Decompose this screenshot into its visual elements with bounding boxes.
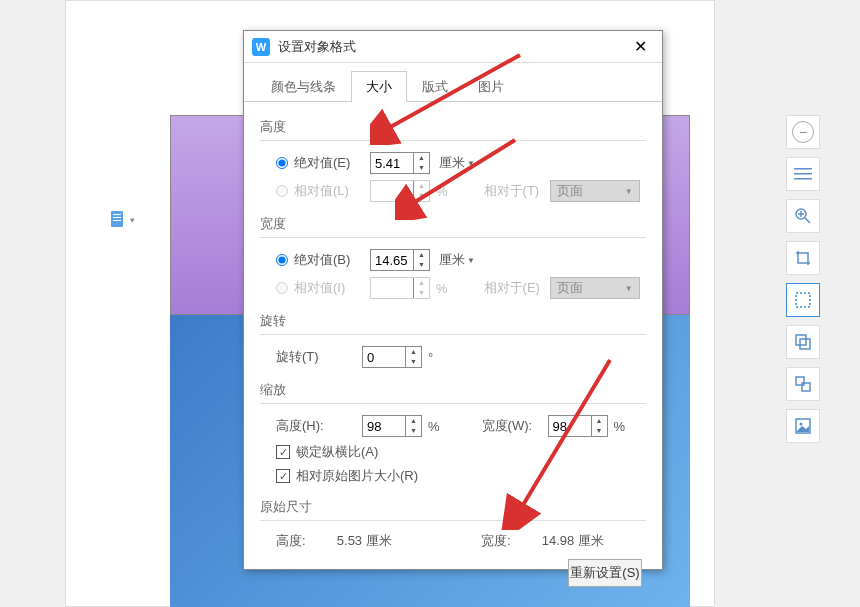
height-relative-radio bbox=[276, 185, 288, 197]
original-width-value: 14.98 厘米 bbox=[542, 532, 646, 550]
copy-icon bbox=[794, 333, 812, 351]
tab-color[interactable]: 颜色与线条 bbox=[256, 71, 351, 102]
svg-rect-11 bbox=[794, 173, 812, 175]
lock-aspect-label: 锁定纵横比(A) bbox=[296, 443, 378, 461]
svg-rect-20 bbox=[796, 377, 804, 385]
rotation-section-label: 旋转 bbox=[260, 312, 646, 330]
svg-rect-3 bbox=[113, 220, 121, 221]
height-unit-dropdown[interactable]: 厘米▼ bbox=[436, 153, 478, 173]
image-button[interactable] bbox=[786, 409, 820, 443]
tab-size[interactable]: 大小 bbox=[351, 71, 407, 102]
spinner-down-icon[interactable]: ▼ bbox=[414, 163, 429, 173]
width-absolute-radio[interactable] bbox=[276, 254, 288, 266]
height-section-label: 高度 bbox=[260, 118, 646, 136]
height-relative-spinner: ▲▼ bbox=[370, 180, 430, 202]
app-icon: W bbox=[252, 38, 270, 56]
rotation-unit: ° bbox=[428, 350, 433, 365]
rotation-label: 旋转(T) bbox=[276, 348, 356, 366]
spinner-up-icon[interactable]: ▲ bbox=[414, 250, 429, 260]
scale-width-label: 宽度(W): bbox=[482, 417, 542, 435]
original-height-value: 5.53 厘米 bbox=[337, 532, 441, 550]
minus-icon: − bbox=[792, 121, 814, 143]
zoom-out-button[interactable]: − bbox=[786, 115, 820, 149]
page-indicator[interactable]: ▾ bbox=[110, 210, 135, 228]
tab-layout[interactable]: 版式 bbox=[407, 71, 463, 102]
select-icon bbox=[794, 291, 812, 309]
spinner-down-icon[interactable]: ▼ bbox=[414, 260, 429, 270]
scale-height-input[interactable] bbox=[363, 416, 405, 436]
select-button[interactable] bbox=[786, 283, 820, 317]
width-section-label: 宽度 bbox=[260, 215, 646, 233]
spinner-up-icon[interactable]: ▲ bbox=[406, 347, 421, 357]
height-absolute-radio[interactable] bbox=[276, 157, 288, 169]
width-absolute-spinner[interactable]: ▲▼ bbox=[370, 249, 430, 271]
svg-rect-12 bbox=[794, 178, 812, 180]
width-relative-spinner: ▲▼ bbox=[370, 277, 430, 299]
width-relative-to-select: 页面▼ bbox=[550, 277, 640, 299]
magnifier-icon bbox=[794, 207, 812, 225]
scale-height-label: 高度(H): bbox=[276, 417, 356, 435]
group-icon bbox=[794, 375, 812, 393]
scale-width-input[interactable] bbox=[549, 416, 591, 436]
rotation-spinner[interactable]: ▲▼ bbox=[362, 346, 422, 368]
width-absolute-label: 绝对值(B) bbox=[294, 251, 364, 269]
height-relative-label: 相对值(L) bbox=[294, 182, 364, 200]
height-relative-unit: % bbox=[436, 184, 448, 199]
reset-button[interactable]: 重新设置(S) bbox=[568, 559, 642, 587]
svg-rect-2 bbox=[113, 217, 121, 218]
chevron-down-icon: ▼ bbox=[467, 256, 475, 265]
height-absolute-input[interactable] bbox=[371, 153, 413, 173]
rel-original-label: 相对原始图片大小(R) bbox=[296, 467, 418, 485]
dialog-title: 设置对象格式 bbox=[278, 38, 626, 56]
scale-height-unit: % bbox=[428, 419, 440, 434]
titlebar: W 设置对象格式 ✕ bbox=[244, 31, 662, 63]
tab-picture[interactable]: 图片 bbox=[463, 71, 519, 102]
paragraph-icon bbox=[794, 166, 812, 182]
spinner-down-icon[interactable]: ▼ bbox=[406, 426, 421, 436]
svg-rect-18 bbox=[796, 335, 806, 345]
spinner-down-icon[interactable]: ▼ bbox=[406, 357, 421, 367]
rel-original-checkbox[interactable]: ✓ bbox=[276, 469, 290, 483]
width-absolute-input[interactable] bbox=[371, 250, 413, 270]
side-toolbar: − bbox=[786, 115, 820, 443]
scale-width-spinner[interactable]: ▲▼ bbox=[548, 415, 608, 437]
height-relative-to-select: 页面▼ bbox=[550, 180, 640, 202]
svg-rect-21 bbox=[802, 383, 810, 391]
group-button[interactable] bbox=[786, 367, 820, 401]
width-relative-label: 相对值(I) bbox=[294, 279, 364, 297]
spinner-up-icon[interactable]: ▲ bbox=[414, 153, 429, 163]
height-absolute-label: 绝对值(E) bbox=[294, 154, 364, 172]
crop-icon bbox=[794, 249, 812, 267]
rotation-input[interactable] bbox=[363, 347, 405, 367]
scale-section-label: 缩放 bbox=[260, 381, 646, 399]
scale-width-unit: % bbox=[614, 419, 626, 434]
chevron-down-icon: ▼ bbox=[467, 159, 475, 168]
spinner-up-icon[interactable]: ▲ bbox=[406, 416, 421, 426]
spinner-up-icon[interactable]: ▲ bbox=[592, 416, 607, 426]
paragraph-button[interactable] bbox=[786, 157, 820, 191]
original-width-label: 宽度: bbox=[481, 532, 542, 550]
svg-line-14 bbox=[805, 218, 810, 223]
image-icon bbox=[794, 417, 812, 435]
lock-aspect-checkbox[interactable]: ✓ bbox=[276, 445, 290, 459]
height-relative-input bbox=[371, 181, 413, 201]
original-height-label: 高度: bbox=[276, 532, 337, 550]
svg-point-23 bbox=[800, 423, 803, 426]
height-absolute-spinner[interactable]: ▲▼ bbox=[370, 152, 430, 174]
scale-height-spinner[interactable]: ▲▼ bbox=[362, 415, 422, 437]
format-object-dialog: W 设置对象格式 ✕ 颜色与线条 大小 版式 图片 高度 绝对值(E) ▲▼ 厘… bbox=[243, 30, 663, 570]
width-unit-dropdown[interactable]: 厘米▼ bbox=[436, 250, 478, 270]
spinner-down-icon[interactable]: ▼ bbox=[592, 426, 607, 436]
svg-rect-17 bbox=[796, 293, 810, 307]
copy-button[interactable] bbox=[786, 325, 820, 359]
width-relative-radio bbox=[276, 282, 288, 294]
width-relative-unit: % bbox=[436, 281, 448, 296]
crop-button[interactable] bbox=[786, 241, 820, 275]
tab-bar: 颜色与线条 大小 版式 图片 bbox=[244, 63, 662, 102]
close-button[interactable]: ✕ bbox=[626, 33, 654, 61]
zoom-in-button[interactable] bbox=[786, 199, 820, 233]
original-section-label: 原始尺寸 bbox=[260, 498, 646, 516]
width-relative-input bbox=[371, 278, 413, 298]
svg-rect-19 bbox=[800, 339, 810, 349]
svg-rect-10 bbox=[794, 168, 812, 170]
